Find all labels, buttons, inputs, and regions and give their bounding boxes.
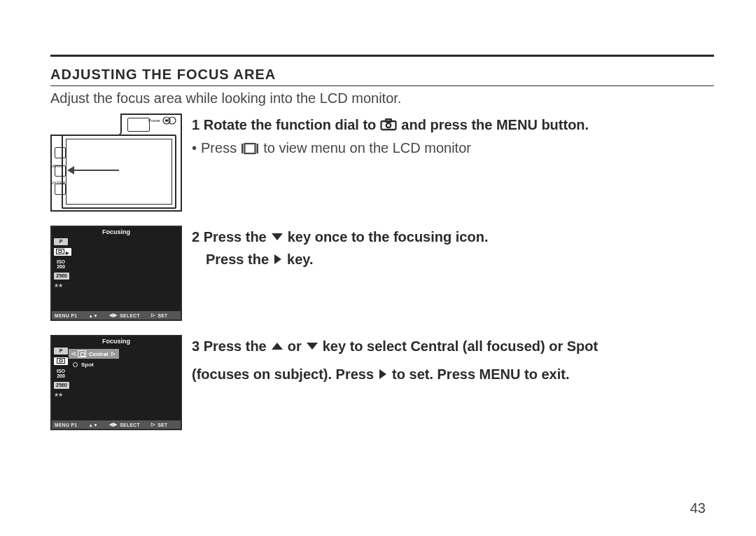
- right-arrow-icon-2: [378, 369, 388, 380]
- mode-badge-2: P: [54, 348, 68, 355]
- svg-marker-15: [272, 343, 283, 350]
- lcd-screenshot-focusing: Focusing P ▶ ISO 200 2560 ★★ MENU P1 ▲▼ …: [50, 226, 182, 321]
- iso-badge: ISO 200: [54, 259, 68, 270]
- step-1-number: 1: [192, 114, 200, 136]
- down-arrow-icon: [271, 232, 284, 242]
- central-focus-icon: [78, 350, 86, 357]
- step-3-text-e: to set. Press MENU to exit.: [392, 363, 569, 385]
- leftright-hint-icon-2: ◀▶: [109, 422, 117, 427]
- updown-hint-icon-2: ▲▼: [88, 422, 98, 427]
- step-3: Focusing P ISO 200 2560 ★★ ◁ Central ▷: [50, 335, 714, 430]
- step-2: Focusing P ▶ ISO 200 2560 ★★ MENU P1 ▲▼ …: [50, 226, 714, 321]
- step-1-sub-a: Press: [201, 140, 237, 156]
- svg-rect-13: [57, 358, 65, 363]
- option-central: ◁ Central ▷: [69, 349, 119, 359]
- svg-rect-8: [257, 144, 259, 153]
- spot-focus-icon: [71, 361, 78, 368]
- camera-back-illustration: Power MENU ENTER: [50, 114, 182, 212]
- resolution-badge: 2560: [54, 273, 69, 280]
- svg-rect-10: [59, 250, 62, 252]
- leftright-hint-icon: ◀▶: [109, 312, 117, 318]
- svg-marker-17: [379, 369, 386, 379]
- step-2-number: 2: [192, 226, 200, 248]
- right-arrow-icon: [273, 254, 283, 265]
- svg-point-5: [386, 123, 391, 128]
- page-number: 43: [690, 500, 706, 516]
- svg-marker-11: [272, 233, 283, 240]
- svg-marker-16: [307, 343, 318, 350]
- iso-badge-2: ISO 200: [54, 368, 68, 379]
- top-rule: [50, 55, 714, 57]
- step-2-text-d: key.: [287, 248, 313, 270]
- heading-rule: [50, 85, 714, 86]
- lcd-screenshot-focusing-select: Focusing P ISO 200 2560 ★★ ◁ Central ▷: [50, 335, 182, 430]
- svg-rect-14: [59, 359, 62, 362]
- step-2-text-c: Press the: [206, 248, 269, 270]
- updown-hint-icon: ▲▼: [88, 313, 98, 318]
- quality-stars-icon-2: ★★: [54, 392, 62, 398]
- right-hint-icon: ▷: [151, 312, 155, 318]
- step-1: Power MENU ENTER: [50, 114, 714, 212]
- svg-rect-9: [57, 249, 64, 254]
- manual-page: ADJUSTING THE FOCUS AREA Adjust the focu…: [0, 0, 756, 536]
- step-1-text-a: Rotate the function dial to: [204, 114, 377, 136]
- mode-badge: P: [54, 238, 68, 245]
- step-3-text-b: or: [288, 335, 302, 357]
- svg-rect-6: [241, 144, 244, 153]
- focus-badge-2: [54, 357, 68, 366]
- step-3-text-d: (focuses on subject). Press: [192, 363, 374, 385]
- down-arrow-icon-2: [306, 341, 318, 351]
- step-3-text-c: key to select Central (all focused) or S…: [323, 335, 598, 357]
- power-switch-icon: Power: [148, 116, 178, 125]
- quality-stars-icon: ★★: [54, 282, 62, 289]
- svg-rect-7: [245, 144, 255, 153]
- bullet-icon: •: [192, 140, 197, 156]
- svg-marker-12: [274, 254, 281, 264]
- step-3-number: 3: [192, 335, 200, 357]
- step-2-text-b: key once to the focusing icon.: [288, 226, 489, 248]
- step-2-text-a: Press the: [204, 226, 267, 248]
- resolution-badge-2: 2560: [54, 382, 69, 389]
- focus-badge: ▶: [54, 248, 71, 256]
- lcd-footer: MENU P1 ▲▼ ◀▶SELECT ▷SET: [52, 311, 181, 319]
- lcd-footer-2: MENU P1 ▲▼ ◀▶SELECT ▷SET: [52, 420, 181, 429]
- lcd-menu-title-2: Focusing: [52, 338, 181, 345]
- right-hint-icon-2: ▷: [151, 422, 155, 427]
- camera-mode-icon: [380, 118, 397, 131]
- up-arrow-icon: [271, 341, 284, 351]
- monitor-toggle-icon: [241, 142, 259, 155]
- lcd-menu-title: Focusing: [52, 228, 181, 235]
- svg-rect-2: [165, 120, 168, 122]
- step-1-sub-b: to view menu on the LCD monitor: [263, 140, 471, 156]
- lcd-frame-icon: [62, 135, 176, 209]
- section-heading: ADJUSTING THE FOCUS AREA: [50, 67, 714, 83]
- option-spot: Spot: [69, 359, 119, 368]
- intro-text: Adjust the focus area while looking into…: [50, 90, 714, 106]
- step-1-text-b: and press the MENU button.: [401, 114, 589, 136]
- step-3-text-a: Press the: [204, 335, 267, 357]
